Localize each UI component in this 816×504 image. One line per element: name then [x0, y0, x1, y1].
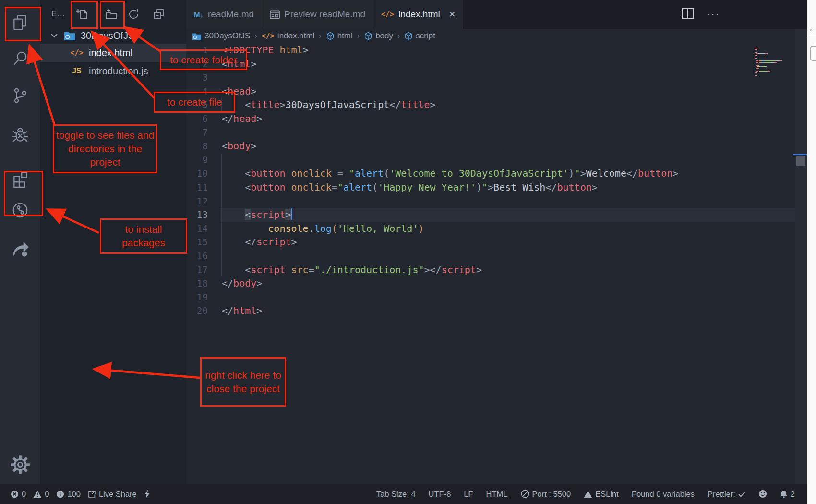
tree-indent-guide [96, 44, 96, 80]
line-number: 19 [186, 290, 208, 304]
html-file-icon: </> [381, 10, 394, 19]
code-line-2: <html> [222, 57, 678, 71]
breadcrumb-item-30daysofjs[interactable]: 30DaysOfJS [192, 31, 250, 41]
split-editor-icon[interactable] [682, 8, 694, 21]
code-line-11: <button onclick="alert('Happy New Year!'… [222, 180, 678, 194]
line-number: 6 [186, 112, 208, 126]
line-number: 20 [186, 304, 208, 318]
collapse-all-icon[interactable] [151, 7, 166, 21]
breadcrumb-item-script[interactable]: script [404, 31, 435, 41]
status-item-prettier-[interactable]: Prettier: [708, 490, 745, 499]
refresh-icon[interactable] [126, 7, 141, 21]
status-item-2[interactable]: 2 [780, 490, 795, 499]
status-item-live-share[interactable]: Live Share [88, 490, 137, 499]
tab-index-html[interactable]: </>index.html× [373, 0, 464, 29]
breadcrumb-item-index-html[interactable]: </>index.html [262, 31, 315, 41]
annotation-create-file: to create file [154, 92, 235, 113]
annotation-box-new-file-icon [71, 1, 98, 29]
source-control-icon[interactable] [0, 81, 40, 110]
line-number: 16 [186, 249, 208, 263]
preview-icon [270, 10, 280, 19]
status-right: Tab Size: 4UTF-8LFHTMLPort : 5500ESLintF… [376, 490, 795, 499]
code-line-13: <script> [222, 208, 678, 222]
line-number: 14 [186, 222, 208, 236]
status-item-html[interactable]: HTML [486, 490, 508, 499]
node-cube-icon [364, 32, 372, 40]
breadcrumb-separator: › [397, 32, 400, 40]
code-line-14: console.log('Hello, World') [222, 222, 678, 236]
folder-icon [192, 32, 202, 40]
code-editor[interactable]: <!DOCTYPE html><html> <head> <title>30Da… [222, 43, 678, 318]
tab-preview-readme-md[interactable]: Preview readMe.md [262, 0, 373, 29]
activity-bar [0, 0, 40, 484]
code-line-1: <!DOCTYPE html> [222, 43, 678, 57]
tab-close-icon[interactable]: × [449, 9, 456, 20]
line-number: 12 [186, 194, 208, 208]
scrollbar-track[interactable] [795, 29, 807, 484]
annotation-box-new-folder-icon [100, 1, 125, 29]
right-edge-panel: ← [807, 0, 816, 504]
code-line-20: </html> [222, 304, 678, 318]
html-file-icon: </> [262, 32, 275, 40]
settings-gear-icon[interactable] [0, 450, 40, 479]
code-line-16 [222, 249, 678, 263]
tree-folder-row[interactable]: 30DaysOfJS [40, 27, 186, 44]
node-cube-icon [326, 32, 335, 40]
search-icon[interactable] [0, 44, 40, 73]
line-number: 18 [186, 276, 208, 290]
line-number: 9 [186, 153, 208, 167]
status-item-100[interactable]: 100 [56, 490, 81, 499]
minimap[interactable] [755, 48, 794, 76]
line-number: 3 [186, 71, 208, 84]
line-number: 11 [186, 180, 208, 194]
status-item-zap[interactable] [144, 490, 150, 498]
status-item-0[interactable]: 0 [11, 490, 26, 499]
status-bar: 00100Live Share Tab Size: 4UTF-8LFHTMLPo… [0, 484, 816, 504]
code-line-15: </script> [222, 235, 678, 249]
scrollbar-thumb[interactable] [796, 156, 805, 166]
annotation-box-extensions-icon [4, 171, 43, 216]
markdown-file-icon: M↓ [194, 11, 204, 19]
back-arrow-icon[interactable]: ← [808, 22, 816, 35]
line-number-gutter: 1234567891011121314151617181920 [186, 43, 208, 318]
code-line-4: <head> [222, 84, 678, 98]
status-item-found-0-variables[interactable]: Found 0 variables [632, 490, 695, 499]
more-actions-icon[interactable]: ··· [707, 8, 720, 21]
annotation-box-explorer-icon [5, 7, 41, 41]
status-item-tab-size-4[interactable]: Tab Size: 4 [376, 490, 416, 499]
status-item-0[interactable]: 0 [33, 490, 49, 499]
js-file-icon: JS [72, 67, 82, 75]
code-line-8: <body> [222, 139, 678, 153]
status-item-smiley[interactable] [758, 490, 767, 498]
tab-readme-md[interactable]: M↓readMe.md [186, 0, 262, 29]
overview-ruler-cursor-marker [793, 154, 807, 155]
explorer-title: E… [51, 9, 65, 19]
breadcrumb-item-body[interactable]: body [364, 31, 393, 41]
line-number: 15 [186, 235, 208, 249]
breadcrumb: 30DaysOfJS›</>index.html›html›body›scrip… [186, 29, 754, 43]
editor-actions: ··· [682, 0, 720, 29]
code-line-10: <button onclick = "alert('Welcome to 30D… [222, 167, 678, 180]
status-item-lf[interactable]: LF [464, 490, 473, 499]
code-line-12 [222, 194, 678, 208]
folder-name: 30DaysOfJS [81, 30, 134, 41]
code-line-6: </head> [222, 112, 678, 126]
node-cube-icon [404, 32, 413, 40]
divider [807, 38, 816, 38]
line-number: 10 [186, 167, 208, 180]
panel-button-outline [810, 46, 816, 61]
status-item-eslint[interactable]: ESLint [584, 490, 619, 499]
run-debug-icon[interactable] [0, 120, 40, 149]
status-item-utf-8[interactable]: UTF-8 [429, 490, 451, 499]
breadcrumb-separator: › [357, 32, 360, 40]
vscode-window: E… 30DaysOfJS </>index.htmlJSintroductio… [0, 0, 816, 504]
status-item-port-5500[interactable]: Port : 5500 [521, 490, 571, 499]
code-line-9 [222, 153, 678, 167]
code-line-5: <title>30DaysOfJavaScript</title> [222, 98, 678, 112]
annotation-create-folder: to create folder [160, 49, 247, 70]
breadcrumb-item-html[interactable]: html [326, 31, 353, 41]
annotation-close-project: right click here to close the project [200, 357, 286, 407]
share-icon[interactable] [0, 234, 40, 263]
html-file-icon: </> [70, 48, 83, 57]
code-line-18: </body> [222, 276, 678, 290]
